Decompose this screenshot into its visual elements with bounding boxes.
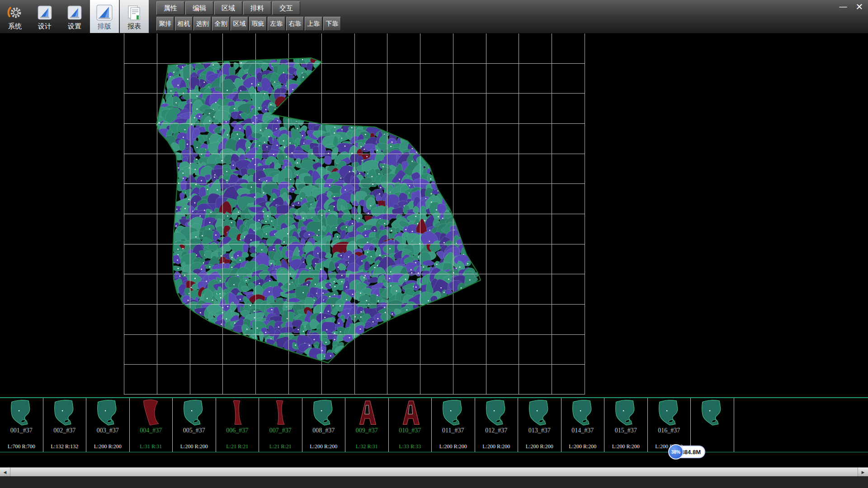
piece-id: 005_#37	[183, 427, 205, 434]
piece-sizes: L:21 R:21	[269, 443, 292, 450]
btn-select-cut[interactable]: 选割	[193, 17, 211, 31]
tray-piece-cell-5[interactable]: 005_#37L:200 R:200	[173, 398, 216, 452]
piece-sizes: L:200 R:200	[310, 443, 337, 450]
piece-id: 002_#37	[53, 427, 75, 434]
piece-thumbnail	[265, 399, 295, 427]
main-tab-design[interactable]: 设计	[30, 0, 59, 33]
piece-id: 001_#37	[10, 427, 33, 434]
piece-thumbnail	[93, 399, 123, 427]
piece-id: 003_#37	[97, 427, 119, 434]
piece-id: 007_#37	[269, 427, 292, 434]
minimize-button[interactable]: —	[837, 1, 849, 13]
system-gear-icon	[6, 3, 24, 22]
piece-sizes: L:21 R:21	[226, 443, 248, 450]
piece-sizes: L:200 R:200	[439, 443, 467, 450]
tray-piece-cell-15[interactable]: 015_#37L:200 R:200	[604, 398, 648, 452]
piece-thumbnail	[697, 399, 727, 427]
piece-thumbnail	[438, 399, 468, 427]
piece-sizes: L:200 R:200	[94, 443, 122, 450]
scroll-left-button[interactable]: ◄	[0, 469, 10, 475]
btn-defect[interactable]: 瑕疵	[249, 17, 267, 31]
piece-thumbnail	[395, 399, 425, 427]
nesting-canvas[interactable]	[0, 33, 868, 394]
main-tab-system[interactable]: 系统	[0, 0, 29, 33]
pieces-tray: 001_#37L:700 R:700002_#37L:132 R:132003_…	[0, 397, 868, 452]
tray-piece-cell-2[interactable]: 002_#37L:132 R:132	[43, 398, 87, 452]
piece-id: 008_#37	[312, 427, 335, 434]
main-tab-label: 设置	[68, 22, 81, 31]
btn-camera[interactable]: 相机	[175, 17, 193, 31]
main-tab-label: 系统	[8, 22, 22, 31]
report-icon	[126, 3, 142, 22]
btn-region[interactable]: 区域	[231, 17, 248, 31]
main-tab-label: 排版	[98, 22, 111, 31]
close-button[interactable]: ✕	[854, 1, 865, 13]
piece-id: 004_#37	[140, 427, 162, 434]
piece-id: 014_#37	[571, 427, 594, 434]
tray-piece-cell-4[interactable]: 004_#37L:31 R:31	[130, 398, 173, 452]
tray-piece-cell-7[interactable]: 007_#37L:21 R:21	[259, 398, 302, 452]
btn-cut-all[interactable]: 全割	[212, 17, 230, 31]
piece-sizes: L:200 R:200	[569, 443, 596, 450]
main-tab-settings[interactable]: 设置	[60, 0, 89, 33]
scroll-right-button[interactable]: ►	[858, 469, 868, 475]
piece-id: 010_#37	[399, 427, 421, 434]
tray-piece-cell-1[interactable]: 001_#37L:700 R:700	[0, 398, 43, 452]
piece-sizes: L:32 R:31	[356, 443, 378, 450]
piece-thumbnail	[654, 399, 684, 427]
tray-piece-cell-10[interactable]: 010_#37L:33 R:33	[389, 398, 432, 452]
tray-piece-cell-11[interactable]: 011_#37L:200 R:200	[432, 398, 475, 452]
btn-align-top[interactable]: 上靠	[305, 17, 322, 31]
window-controls: — ✕	[837, 1, 865, 13]
piece-thumbnail	[50, 399, 80, 427]
piece-sizes: L:31 R:31	[140, 443, 162, 450]
tray-piece-cell-6[interactable]: 006_#37L:21 R:21	[216, 398, 259, 452]
tray-piece-cell-3[interactable]: 003_#37L:200 R:200	[86, 398, 130, 452]
piece-thumbnail	[179, 399, 209, 427]
piece-id: 011_#37	[442, 427, 464, 434]
btn-align-bottom[interactable]: 下靠	[323, 17, 341, 31]
piece-id: 012_#37	[485, 427, 507, 434]
main-tab-nesting[interactable]: 排版	[90, 0, 119, 33]
menu-tab-row: 属性编辑区域排料交互	[156, 1, 301, 15]
piece-sizes: L:33 R:33	[399, 443, 421, 450]
horizontal-scrollbar[interactable]: ◄ ►	[0, 467, 868, 476]
main-toolbar: 系统设计设置排版报表 属性编辑区域排料交互 聚排相机选割全割区域瑕疵左靠右靠上靠…	[0, 0, 868, 33]
progress-value: 38%	[671, 450, 680, 455]
tab-properties[interactable]: 属性	[156, 1, 184, 15]
btn-align-right[interactable]: 右靠	[286, 17, 304, 31]
tab-interact[interactable]: 交互	[272, 1, 300, 15]
main-tab-report[interactable]: 报表	[120, 0, 149, 33]
tab-nesting[interactable]: 排料	[243, 1, 271, 15]
tray-piece-cell-12[interactable]: 012_#37L:200 R:200	[475, 398, 519, 452]
nesting-icon	[96, 3, 113, 22]
piece-sizes: L:132 R:132	[51, 443, 78, 450]
piece-sizes: L:200 R:200	[482, 443, 510, 450]
piece-thumbnail	[611, 399, 641, 427]
piece-id: 015_#37	[615, 427, 637, 434]
tray-piece-cell-9[interactable]: 009_#37L:32 R:31	[345, 398, 389, 452]
piece-thumbnail	[136, 399, 166, 427]
piece-thumbnail	[524, 399, 554, 427]
piece-sizes: L:200 R:200	[180, 443, 208, 450]
memory-status-badge: 384.8M 38%	[668, 444, 709, 460]
tray-piece-cell-13[interactable]: 013_#37L:200 R:200	[518, 398, 561, 452]
design-icon	[37, 3, 53, 22]
btn-align-left[interactable]: 左靠	[268, 17, 285, 31]
btn-cluster-nest[interactable]: 聚排	[156, 17, 174, 31]
status-bar	[0, 476, 868, 488]
piece-thumbnail	[6, 399, 36, 427]
tray-piece-cell-14[interactable]: 014_#37L:200 R:200	[561, 398, 605, 452]
tray-piece-cell-8[interactable]: 008_#37L:200 R:200	[302, 398, 346, 452]
main-tab-label: 设计	[38, 22, 52, 31]
tab-region[interactable]: 区域	[214, 1, 242, 15]
scroll-track[interactable]	[10, 468, 858, 476]
piece-id: 016_#37	[658, 427, 680, 434]
piece-thumbnail	[568, 399, 598, 427]
tab-edit[interactable]: 编辑	[185, 1, 213, 15]
piece-thumbnail	[352, 399, 382, 427]
piece-id: 013_#37	[528, 427, 551, 434]
piece-id: 009_#37	[356, 427, 378, 434]
memory-value: 384.8M	[681, 449, 701, 455]
piece-thumbnail	[309, 399, 339, 427]
